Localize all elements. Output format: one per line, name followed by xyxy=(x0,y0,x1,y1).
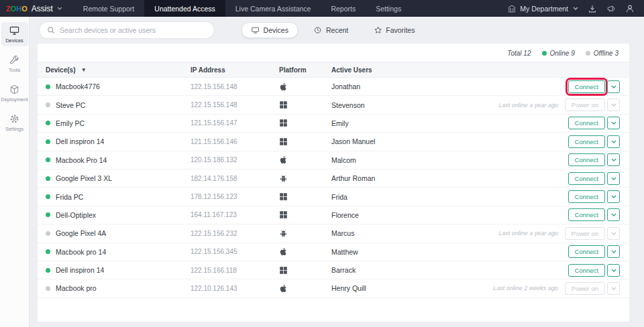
zoho-logo-letter: O xyxy=(11,5,17,13)
tab-favorites[interactable]: Favorites xyxy=(364,22,425,38)
last-online-label: Last online a year ago xyxy=(498,102,558,109)
nav-item-live-camera-assistance[interactable]: Live Camera Assistance xyxy=(225,0,321,17)
action-dropdown-button[interactable] xyxy=(607,172,620,185)
action-dropdown-button[interactable] xyxy=(607,264,620,277)
action-cell: Connect xyxy=(568,264,629,277)
chevron-down-icon xyxy=(611,287,616,290)
chevron-down-icon xyxy=(611,250,616,253)
chevron-down-icon xyxy=(611,140,616,143)
platform-cell xyxy=(279,137,331,146)
power-on-button[interactable]: Power on xyxy=(565,227,605,240)
active-user: Marcus xyxy=(331,229,498,237)
device-name: Google Pixel 3 XL xyxy=(56,174,112,182)
device-cell: Macbook Pro 14 xyxy=(38,156,191,164)
action-cell: Connect xyxy=(568,80,629,93)
status-dot-online xyxy=(46,157,50,162)
action-dropdown-button[interactable] xyxy=(607,117,620,129)
header-device[interactable]: Device(s)▾ xyxy=(38,66,191,74)
active-user: Jason Manuel xyxy=(331,137,568,145)
action-dropdown-button[interactable] xyxy=(607,135,620,148)
windows-icon xyxy=(279,192,288,201)
action-dropdown-button[interactable] xyxy=(607,153,620,166)
sidebar-item-devices[interactable]: Devices xyxy=(1,22,28,46)
connect-button[interactable]: Connect xyxy=(568,208,605,221)
search-box[interactable] xyxy=(39,21,215,39)
status-dot-online xyxy=(46,194,50,199)
announcement-icon[interactable] xyxy=(606,4,616,13)
ip-address: 122.10.126.143 xyxy=(191,285,279,292)
action-dropdown-button[interactable] xyxy=(607,227,620,240)
android-icon xyxy=(279,174,288,183)
device-cell: Emily PC xyxy=(38,119,191,127)
monitor-icon xyxy=(9,25,19,36)
tab-recent[interactable]: Recent xyxy=(304,22,358,38)
tab-devices[interactable]: Devices xyxy=(241,22,299,38)
chevron-down-icon xyxy=(611,195,616,198)
device-cell: Google Pixel 4A xyxy=(38,229,191,237)
status-dot-online xyxy=(46,139,50,144)
device-name: Macbook pro 14 xyxy=(56,248,106,256)
chevron-down-icon[interactable] xyxy=(57,7,62,10)
last-online-label: Last online 2 weeks ago xyxy=(493,285,558,291)
windows-icon xyxy=(279,266,288,275)
nav-item-unattended-access[interactable]: Unattended Access xyxy=(144,0,225,17)
sidebar-item-label: Deployment xyxy=(1,96,28,103)
action-button-group: Connect xyxy=(568,153,620,166)
connect-button[interactable]: Connect xyxy=(568,135,605,148)
deployment-icon xyxy=(9,84,19,94)
power-on-button[interactable]: Power on xyxy=(565,99,605,111)
department-selector[interactable]: My Department xyxy=(507,4,578,13)
connect-button[interactable]: Connect xyxy=(568,117,605,129)
active-user: Matthew xyxy=(331,248,568,256)
nav-item-reports[interactable]: Reports xyxy=(321,0,366,17)
sidebar-item-settings[interactable]: Settings xyxy=(1,111,28,135)
status-dot-online xyxy=(46,176,50,181)
device-name: Macbook Pro 14 xyxy=(56,156,107,164)
main-content: DevicesRecentFavorites Total 12 Online 9… xyxy=(30,17,644,327)
action-dropdown-button[interactable] xyxy=(607,208,620,221)
sidebar-item-tools[interactable]: Tools xyxy=(1,52,28,76)
nav-item-settings[interactable]: Settings xyxy=(366,0,411,17)
action-cell: Last online a year agoPower on xyxy=(498,227,629,240)
action-button-group: Connect xyxy=(568,117,620,129)
table-row: Macbook4776122.15.156.148JonathanConnect xyxy=(38,78,629,96)
platform-cell xyxy=(279,82,331,91)
action-dropdown-button[interactable] xyxy=(607,282,620,295)
view-tabs: DevicesRecentFavorites xyxy=(241,17,425,44)
connect-button[interactable]: Connect xyxy=(568,153,605,166)
action-button-group: Connect xyxy=(568,135,620,148)
sidebar-item-deployment[interactable]: Deployment xyxy=(1,81,28,105)
status-dot-online xyxy=(46,249,50,254)
table-row: Macbook pro 14122.15.156.345MatthewConne… xyxy=(38,243,629,261)
nav-item-remote-support[interactable]: Remote Support xyxy=(73,0,144,17)
gear-icon xyxy=(9,114,19,124)
action-cell: Last online a year agoPower on xyxy=(498,99,629,111)
apple-icon xyxy=(279,155,288,164)
zoho-logo-letter: H xyxy=(16,5,21,13)
search-input[interactable] xyxy=(60,26,207,34)
action-dropdown-button[interactable] xyxy=(607,190,620,203)
ip-address: 121.15.156.147 xyxy=(191,119,279,127)
brand[interactable]: ZOHO Assist xyxy=(0,0,73,17)
action-button-group: Connect xyxy=(568,172,620,185)
user-icon[interactable] xyxy=(625,4,635,13)
download-icon[interactable] xyxy=(588,4,597,13)
connect-button[interactable]: Connect xyxy=(568,264,605,277)
connect-button[interactable]: Connect xyxy=(568,190,605,203)
connect-button[interactable]: Connect xyxy=(568,245,605,258)
action-dropdown-button[interactable] xyxy=(607,99,620,111)
action-cell: Connect xyxy=(568,135,629,148)
action-cell: Last online 2 weeks agoPower on xyxy=(493,282,629,295)
android-icon xyxy=(279,229,288,238)
status-dot-online xyxy=(46,84,50,89)
power-on-button[interactable]: Power on xyxy=(565,282,605,295)
device-panel: Total 12 Online 9 Offline 3 Device(s)▾ I… xyxy=(38,44,629,322)
sidebar-item-label: Settings xyxy=(5,126,23,132)
connect-button[interactable]: Connect xyxy=(568,80,605,93)
action-dropdown-button[interactable] xyxy=(607,245,620,258)
building-icon xyxy=(507,4,517,13)
action-dropdown-button[interactable] xyxy=(607,80,620,93)
chevron-down-icon xyxy=(611,85,616,88)
chevron-down-icon xyxy=(611,232,616,235)
connect-button[interactable]: Connect xyxy=(568,172,605,185)
